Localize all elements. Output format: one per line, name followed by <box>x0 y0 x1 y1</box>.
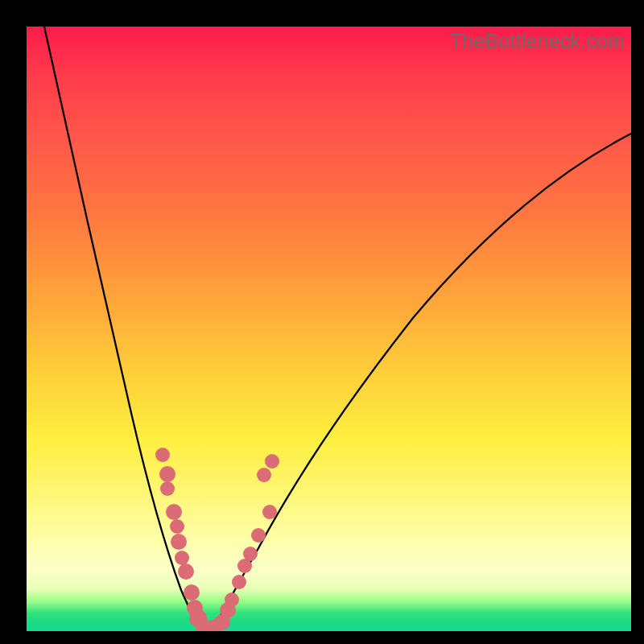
data-dot <box>170 519 184 534</box>
dots-group <box>155 448 279 631</box>
outer-frame: TheBottleneck.com <box>0 0 644 644</box>
chart-svg <box>27 27 631 631</box>
data-dot <box>171 534 187 550</box>
data-dot <box>159 466 175 482</box>
data-dot <box>262 505 277 519</box>
data-dot <box>184 584 200 601</box>
right-curve <box>212 134 631 631</box>
data-dot <box>166 504 182 520</box>
data-dot <box>257 468 271 482</box>
plot-area: TheBottleneck.com <box>27 27 631 631</box>
data-dot <box>251 528 266 543</box>
data-dot <box>225 592 239 607</box>
data-dot <box>155 448 170 462</box>
data-dot <box>160 481 175 496</box>
data-dot <box>175 551 189 565</box>
data-dot <box>265 454 279 469</box>
data-dot <box>232 575 246 589</box>
data-dot <box>243 547 258 561</box>
data-dot <box>178 564 194 580</box>
